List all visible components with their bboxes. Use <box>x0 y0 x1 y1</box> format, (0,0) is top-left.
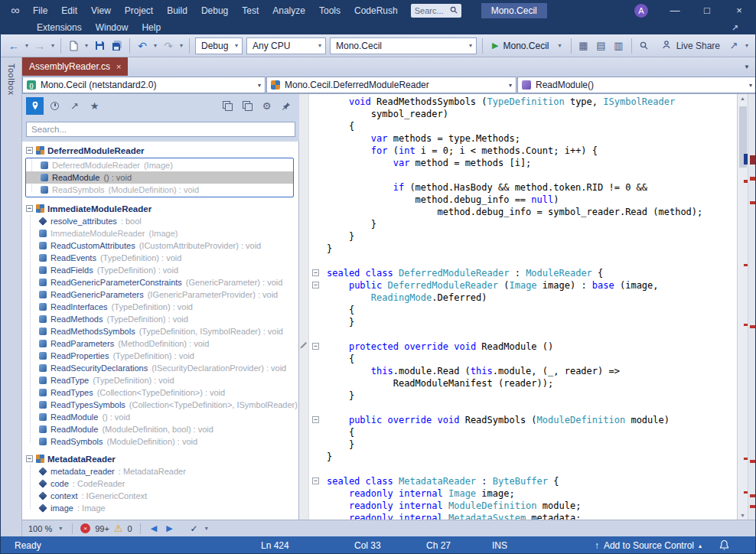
code-line[interactable]: } <box>327 389 702 402</box>
code-line[interactable]: } <box>327 230 702 243</box>
close-tab-icon[interactable]: × <box>116 62 121 71</box>
code-line[interactable]: public override void ReadSymbols (Module… <box>327 414 702 426</box>
code-line[interactable] <box>327 255 702 267</box>
caret-down-icon[interactable]: ▾ <box>203 525 210 532</box>
collapse-icon[interactable]: − <box>26 147 33 154</box>
code-line[interactable]: { <box>327 120 702 132</box>
member-item-ReadTypes[interactable]: ReadTypes(Collection<TypeDefinition>) : … <box>24 386 298 399</box>
code-line[interactable]: } <box>327 218 702 230</box>
menu-project[interactable]: Project <box>118 1 160 21</box>
scrollbar-track[interactable]: ▲ ▼ <box>737 94 748 520</box>
member-item-ReadFields[interactable]: ReadFields(TypeDefinition) : void <box>24 264 298 276</box>
share-icon[interactable]: ↗ <box>725 37 742 54</box>
code-line[interactable]: { <box>327 304 702 316</box>
caret-down-icon[interactable]: ▾ <box>57 525 64 532</box>
code-line[interactable]: ReadingMode.Deferred) <box>327 292 702 304</box>
indicator-margin[interactable] <box>299 94 309 520</box>
warning-count[interactable]: 0 <box>128 524 132 533</box>
menu-window[interactable]: Window <box>89 21 135 34</box>
member-item-resolve_attributes[interactable]: resolve_attributes : bool <box>24 215 298 227</box>
fold-collapse-icon[interactable]: − <box>312 282 319 288</box>
collapse-icon[interactable]: − <box>26 205 33 212</box>
code-line[interactable] <box>327 402 702 414</box>
history-button[interactable] <box>46 97 64 115</box>
menu-file[interactable]: File <box>26 1 54 21</box>
collapse-icon[interactable]: − <box>26 455 33 462</box>
account-avatar[interactable]: A <box>634 4 648 18</box>
code-line[interactable]: public DeferredModuleReader (Image image… <box>327 279 702 292</box>
member-search-box[interactable] <box>26 122 295 137</box>
member-search-input[interactable] <box>31 125 290 134</box>
menu-extensions[interactable]: Extensions <box>30 21 89 34</box>
group-header-immediatemodulereader[interactable]: −ImmediateModuleReader <box>24 202 298 215</box>
menu-test[interactable]: Test <box>235 1 266 21</box>
code-line[interactable]: sealed class MetadataReader : ByteBuffer… <box>327 475 702 487</box>
type-dropdown[interactable]: Mono.Cecil.DeferredModuleReader ▾ <box>266 77 516 93</box>
code-line[interactable] <box>327 169 702 181</box>
send-feedback-icon[interactable]: ↗ <box>732 23 738 33</box>
member-item-DeferredModuleReader[interactable]: DeferredModuleReader(Image) <box>26 159 293 171</box>
navigate-previous-icon[interactable]: ◀ <box>148 523 159 533</box>
save-all-icon[interactable] <box>109 37 125 54</box>
member-item-ReadModule[interactable]: ReadModule(ModuleDefinition, bool) : voi… <box>24 423 298 435</box>
fold-collapse-icon[interactable]: − <box>312 477 319 484</box>
caret-down-icon[interactable]: ▾ <box>49 42 57 49</box>
maximize-button[interactable]: □ <box>691 1 723 21</box>
expand-all-icon[interactable] <box>218 97 236 115</box>
menu-analyze[interactable]: Analyze <box>266 1 312 21</box>
minimize-button[interactable]: — <box>659 1 691 21</box>
zoom-level[interactable]: 100 % <box>28 524 52 533</box>
startup-project-dropdown[interactable]: Mono.Cecil▾ <box>330 37 477 54</box>
live-share-button[interactable]: Live Share <box>657 39 725 52</box>
save-icon[interactable] <box>91 37 108 54</box>
code-line[interactable]: if (method.HasBody && method.token.RID !… <box>327 181 702 194</box>
code-line[interactable]: for (int i = 0; i < methods.Count; i++) … <box>327 145 702 157</box>
code-line[interactable]: void ReadMethodsSymbols (TypeDefinition … <box>327 96 702 108</box>
member-item-ReadParameters[interactable]: ReadParameters(MethodDefinition) : void <box>24 337 298 350</box>
member-item-ReadMethods[interactable]: ReadMethods(TypeDefinition) : void <box>24 313 298 325</box>
collapse-all-icon[interactable] <box>238 97 256 115</box>
code-editor[interactable]: −−−−− void ReadMethodsSymbols (TypeDefin… <box>299 94 737 520</box>
code-line[interactable]: ReadModuleManifest (reader)); <box>327 377 702 389</box>
member-item-ReadSymbols[interactable]: ReadSymbols(ModuleDefinition) : void <box>24 435 298 448</box>
member-item-ReadSymbols[interactable]: ReadSymbols(ModuleDefinition) : void <box>26 184 293 196</box>
code-line[interactable]: readonly internal MetadataSystem metadat… <box>327 512 702 520</box>
tab-assemblyreader-cs[interactable]: AssemblyReader.cs × <box>22 57 128 76</box>
pin-icon[interactable] <box>278 97 295 115</box>
code-line[interactable]: var method = methods [i]; <box>327 157 702 169</box>
member-item-image[interactable]: image : Image <box>24 502 298 514</box>
member-item-ImmediateModuleReader[interactable]: ImmediateModuleReader(Image) <box>24 227 298 240</box>
toolbox-tab[interactable]: Toolbox <box>1 57 22 536</box>
code-line[interactable]: method.debug_info == null) <box>327 194 702 206</box>
members-view-button[interactable] <box>26 97 44 115</box>
fold-collapse-icon[interactable]: − <box>312 343 319 350</box>
status-line[interactable]: Ln 424 <box>261 536 289 554</box>
member-item-ReadGenericParameters[interactable]: ReadGenericParameters(IGenericParameterP… <box>24 288 298 301</box>
member-item-ReadProperties[interactable]: ReadProperties(TypeDefinition) : void <box>24 350 298 362</box>
close-button[interactable]: × <box>723 1 755 21</box>
member-item-ReadModule[interactable]: ReadModule() : void <box>24 411 298 423</box>
error-count[interactable]: 99+ <box>95 524 109 533</box>
code-line[interactable] <box>327 463 702 475</box>
quick-search-box[interactable] <box>411 4 461 18</box>
redo-icon[interactable]: ↷ <box>160 37 177 54</box>
code-line[interactable]: } <box>327 438 702 451</box>
group-header-deferredmodulereader[interactable]: −DeferredModuleReader <box>24 144 298 157</box>
code-line[interactable]: protected override void ReadModule () <box>327 341 702 353</box>
fold-collapse-icon[interactable]: − <box>312 269 319 276</box>
member-item-ReadTypesSymbols[interactable]: ReadTypesSymbols(Collection<TypeDefiniti… <box>24 399 298 411</box>
status-insert-mode[interactable]: INS <box>492 536 507 554</box>
member-item-ReadCustomAttributes[interactable]: ReadCustomAttributes(ICustomAttributePro… <box>24 240 298 252</box>
menu-view[interactable]: View <box>84 1 118 21</box>
menu-tools[interactable]: Tools <box>312 1 347 21</box>
member-item-ReadInterfaces[interactable]: ReadInterfaces(TypeDefinition) : void <box>24 301 298 313</box>
navigate-back-icon[interactable]: ← <box>5 37 22 54</box>
member-item-ReadGenericParameterConstraints[interactable]: ReadGenericParameterConstraints(GenericP… <box>24 276 298 288</box>
member-item-ReadModule[interactable]: ReadModule() : void <box>26 171 293 184</box>
caret-down-icon[interactable]: ▾ <box>152 42 159 49</box>
code-line[interactable]: sealed class DeferredModuleReader : Modu… <box>327 267 702 279</box>
favorites-button[interactable]: ★ <box>86 97 103 115</box>
caret-down-icon[interactable]: ▾ <box>559 42 562 49</box>
menu-help[interactable]: Help <box>135 21 168 34</box>
properties-window-icon[interactable]: ▤ <box>593 37 610 54</box>
